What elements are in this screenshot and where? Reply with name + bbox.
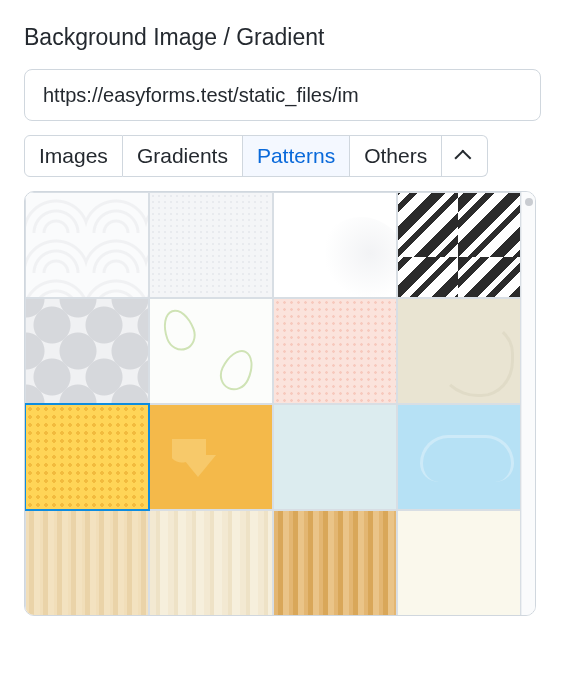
pattern-swatch-gray-quatrefoil[interactable] — [25, 298, 149, 404]
pattern-swatch-ivory-flat[interactable] — [397, 510, 521, 616]
chevron-up-icon — [454, 150, 471, 167]
pattern-swatch-concentric-arcs[interactable] — [25, 192, 149, 298]
tab-patterns[interactable]: Patterns — [243, 135, 350, 177]
scrollbar-thumb-icon — [525, 198, 533, 206]
section-title: Background Image / Gradient — [24, 24, 541, 51]
category-tabs: Images Gradients Patterns Others — [24, 135, 541, 177]
pattern-scrollbar[interactable] — [521, 192, 535, 615]
pattern-picker-panel — [24, 191, 536, 616]
tab-images[interactable]: Images — [24, 135, 123, 177]
tab-others[interactable]: Others — [350, 135, 442, 177]
pattern-swatch-yellow-dot-grid[interactable] — [25, 404, 149, 510]
pattern-swatch-beige-stroller[interactable] — [397, 298, 521, 404]
pattern-swatch-light-wood[interactable] — [25, 510, 149, 616]
background-url-input[interactable] — [24, 69, 541, 121]
pattern-swatch-amber-heart[interactable] — [149, 404, 273, 510]
pattern-swatch-diagonal-stripes-bw[interactable] — [397, 192, 521, 298]
pattern-swatch-sky-cloud[interactable] — [397, 404, 521, 510]
pattern-swatch-green-leaves[interactable] — [149, 298, 273, 404]
pattern-grid — [25, 192, 521, 615]
pattern-swatch-pale-blue-flat[interactable] — [273, 404, 397, 510]
tab-gradients[interactable]: Gradients — [123, 135, 243, 177]
pattern-swatch-pale-wood[interactable] — [149, 510, 273, 616]
pattern-swatch-pink-dotted[interactable] — [273, 298, 397, 404]
pattern-swatch-light-dot-grid[interactable] — [149, 192, 273, 298]
collapse-toggle[interactable] — [442, 135, 488, 177]
pattern-swatch-warm-wood[interactable] — [273, 510, 397, 616]
pattern-swatch-soft-curve-white[interactable] — [273, 192, 397, 298]
